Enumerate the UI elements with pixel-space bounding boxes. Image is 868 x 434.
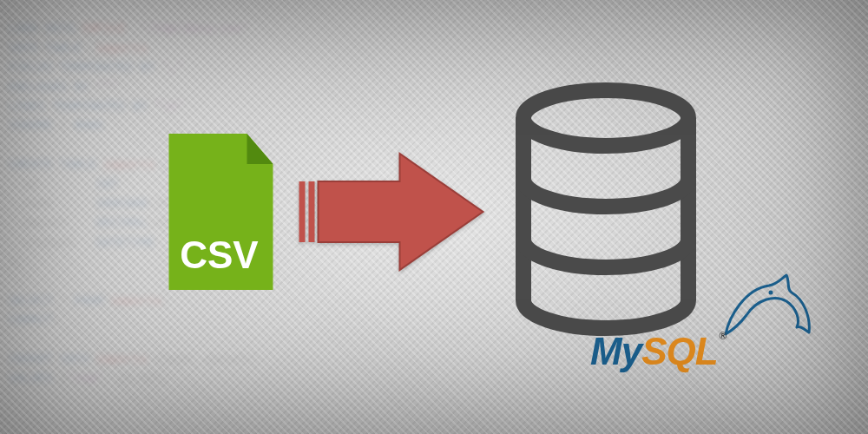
mysql-logo: MySQL® — [590, 330, 726, 373]
database-icon — [504, 82, 708, 342]
svg-point-2 — [523, 90, 688, 146]
diagram-stage: CSV — [161, 82, 708, 342]
csv-file-label: CSV — [180, 233, 259, 276]
mysql-logo-sql: SQL — [641, 330, 717, 372]
svg-rect-0 — [299, 181, 306, 242]
svg-rect-1 — [309, 181, 315, 242]
mysql-dolphin-icon — [720, 273, 816, 343]
mysql-logo-my: My — [590, 330, 641, 372]
svg-point-3 — [769, 291, 773, 295]
arrow-right-icon — [298, 147, 489, 277]
csv-file-icon: CSV — [161, 129, 282, 294]
mysql-trademark: ® — [720, 330, 727, 342]
